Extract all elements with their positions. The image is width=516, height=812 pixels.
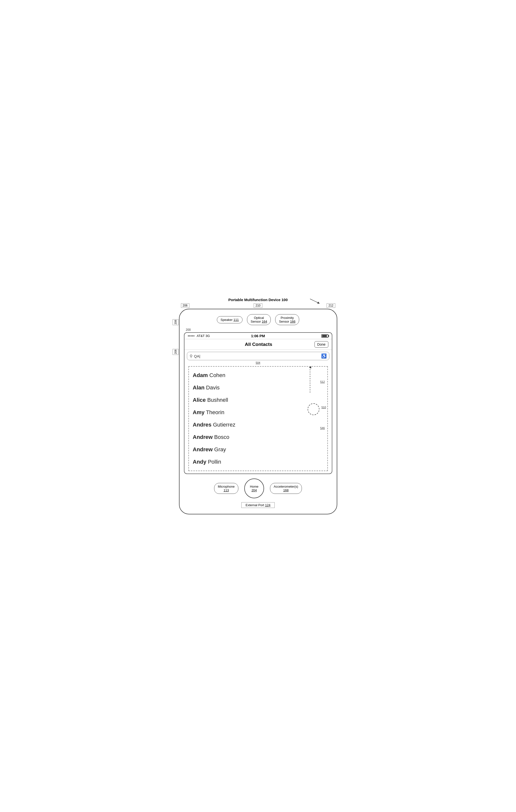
proximity-num: 166	[290, 320, 296, 323]
annotation-510: 510	[322, 406, 326, 409]
contacts-list: 512 510 546 Adam Cohen Alan Davis	[188, 366, 328, 471]
speaker-num: 111	[234, 318, 239, 322]
contact-last: Bosco	[214, 434, 229, 440]
optical-num: 164	[262, 320, 267, 323]
label-208-mid: 208	[173, 349, 179, 355]
search-bar[interactable]: ⚲ QA| ♿	[187, 352, 329, 360]
contact-andrew-gray[interactable]: Andrew Gray	[193, 443, 324, 456]
home-num: 204	[251, 488, 257, 492]
label-208-top: 208	[173, 319, 179, 325]
contact-first: Andres	[193, 422, 212, 428]
label-200: 200	[186, 328, 332, 331]
top-sensors: Speaker 111 Optical Sensor 164 Proximity…	[184, 314, 332, 325]
search-input[interactable]: QA|	[194, 354, 321, 358]
contact-last: Pollin	[208, 459, 221, 465]
contact-first: Andy	[193, 459, 207, 465]
contact-alan-davis[interactable]: Alan Davis	[193, 381, 324, 394]
speaker-sensor: Speaker 111	[217, 316, 243, 323]
contact-andy-pollin[interactable]: Andy Pollin	[193, 456, 324, 468]
annotation-512: 512	[320, 380, 325, 383]
contact-andrew-bosco[interactable]: Andrew Bosco	[193, 431, 324, 443]
carrier-text: AT&T 3G	[197, 334, 210, 338]
optical-sensor: Optical Sensor 164	[247, 314, 271, 325]
battery-tip	[328, 335, 329, 337]
status-left: ▪▪▪▪▪ AT&T 3G	[188, 334, 210, 338]
contact-first: Alice	[193, 397, 206, 403]
device-title: Portable Multifunction Device 100	[228, 298, 287, 302]
external-port-area: External Port 124	[184, 502, 332, 508]
contact-andres-gutierrez[interactable]: Andres Gutierrez	[193, 418, 324, 431]
phone-screen: ▪▪▪▪▪ AT&T 3G 1:06 PM All Contacts Done	[184, 332, 332, 474]
scroll-arrow-svg	[306, 366, 314, 395]
signal-bars: ▪▪▪▪▪	[188, 334, 195, 338]
external-port-text: External Port	[245, 503, 264, 507]
status-right	[322, 334, 328, 338]
contact-last: Cohen	[209, 372, 225, 378]
microphone-num: 113	[223, 488, 229, 492]
contact-first: Adam	[193, 372, 208, 378]
contact-first: Andrew	[193, 446, 213, 453]
contact-adam-cohen[interactable]: Adam Cohen	[193, 369, 324, 381]
title-arrow	[308, 298, 323, 305]
search-label-num: 504	[256, 361, 260, 364]
microphone-sensor: Microphone 113	[214, 483, 238, 494]
page-wrapper: Portable Multifunction Device 100 206 21…	[179, 298, 337, 514]
bottom-sensors: Microphone 113 Home 204 Accelerometer(s)…	[184, 478, 332, 498]
contact-first: Andrew	[193, 434, 213, 440]
contacts-area: 512 510 546 Adam Cohen Alan Davis	[186, 366, 330, 471]
label-210: 210	[254, 303, 262, 308]
home-label: Home	[250, 485, 259, 488]
home-button[interactable]: Home 204	[244, 478, 264, 498]
annotation-546: 546	[320, 427, 325, 430]
status-time: 1:06 PM	[251, 334, 265, 338]
contact-first: Amy	[193, 409, 205, 415]
contact-first: Alan	[193, 384, 205, 391]
accelerometer-sensor: Accelerometer(s) 168	[270, 483, 302, 494]
contact-last: Gray	[214, 446, 226, 453]
search-icon: ⚲	[190, 354, 192, 358]
nav-bar: All Contacts Done	[184, 339, 332, 350]
label-206: 206	[181, 303, 189, 308]
svg-line-0	[310, 299, 319, 303]
nav-title: All Contacts	[203, 342, 315, 347]
accelerometer-num: 168	[283, 488, 289, 492]
battery-fill	[322, 335, 327, 337]
search-clear-icon[interactable]: ♿	[321, 353, 327, 359]
status-bar: ▪▪▪▪▪ AT&T 3G 1:06 PM	[184, 333, 332, 339]
done-button[interactable]: Done	[314, 341, 328, 348]
contact-alice-bushnell[interactable]: Alice Bushnell	[193, 394, 324, 406]
proximity-sensor: Proximity Sensor 166	[275, 314, 299, 325]
contact-last: Bushnell	[207, 397, 228, 403]
touch-circle	[308, 403, 320, 415]
external-port-num: 124	[265, 503, 271, 507]
contact-last: Theorin	[206, 409, 224, 415]
contact-amy-theorin[interactable]: Amy Theorin	[193, 406, 324, 418]
contact-last: Gutierrez	[213, 422, 235, 428]
battery-icon	[322, 334, 328, 338]
external-port-label: External Port 124	[241, 502, 274, 508]
search-container: ⚲ QA| ♿ 504	[184, 352, 332, 360]
label-212: 212	[327, 303, 335, 308]
outer-device-frame: 208 208 Speaker 111 Optical Sensor 164 P…	[179, 309, 337, 514]
contact-last: Davis	[206, 384, 219, 391]
